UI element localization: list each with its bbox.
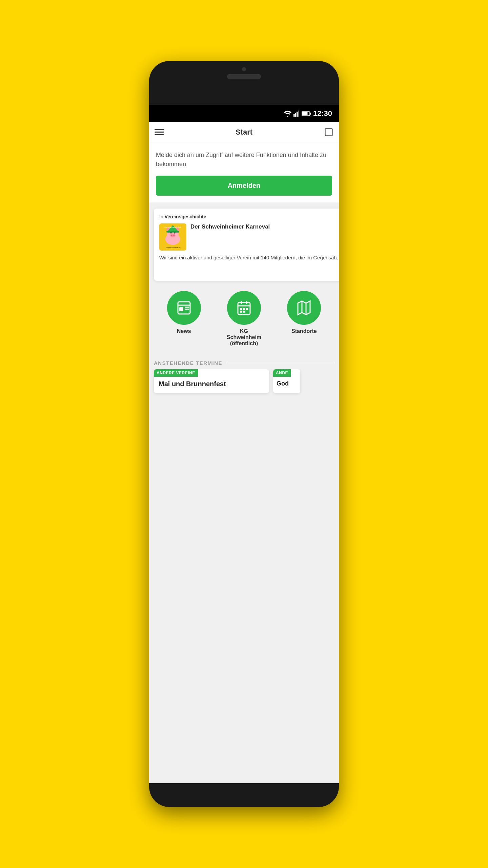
event-tag-label-1: ANDERE VEREINE: [154, 369, 198, 377]
cards-section: In Vereinsgeschichte 7. Jan 2019: [149, 205, 339, 284]
share-icon[interactable]: [324, 127, 333, 137]
card-title: Der Schweinheimer Karneval: [190, 223, 270, 230]
section-divider: [227, 363, 334, 363]
newspaper-icon: [176, 300, 192, 316]
card-body-text: Wir sind ein aktiver und geselliger Vere…: [159, 255, 339, 260]
svg-rect-5: [302, 112, 307, 115]
event-title-1: Mai und Brunnenfest: [154, 380, 269, 388]
login-description: Melde dich an um Zugriff auf weitere Fun…: [156, 151, 332, 169]
quick-action-kg[interactable]: KG Schweinheim (öffentlich): [224, 291, 264, 347]
svg-rect-24: [179, 307, 183, 311]
event-card-1[interactable]: ANDERE VEREINE Mai und Brunnenfest: [154, 369, 269, 393]
card-category-label: In Vereinsgeschichte: [159, 214, 206, 219]
app-header: Start: [149, 122, 339, 142]
kg-label-line2: Schweinheim: [227, 334, 261, 340]
event-title-partial: God: [273, 380, 300, 387]
svg-rect-3: [298, 111, 299, 117]
kg-action-circle: [227, 291, 261, 325]
club-logo: Schweinheim e.v. Karnevalsgesellschaft: [159, 223, 186, 251]
hamburger-menu-button[interactable]: [155, 129, 164, 135]
standorte-action-circle: [287, 291, 321, 325]
card-text-content: Der Schweinheimer Karneval: [190, 223, 270, 251]
card-body: Wir sind ein aktiver und geselliger Vere…: [159, 254, 339, 262]
svg-point-17: [173, 235, 175, 236]
news-action-circle: [167, 291, 201, 325]
status-icons: 12:30: [284, 109, 332, 118]
svg-point-15: [170, 234, 176, 237]
quick-action-news[interactable]: News: [164, 291, 204, 334]
signal-icon: [293, 111, 300, 117]
card-category-name: Vereinsgeschichte: [165, 214, 206, 219]
calendar-icon: [236, 300, 252, 316]
app-header-title: Start: [236, 128, 252, 137]
news-action-label: News: [177, 328, 191, 334]
phone-frame: 12:30 Start Melde dich an um Zugriff auf…: [149, 61, 339, 807]
svg-point-16: [171, 235, 172, 236]
kg-label-line3: (öffentlich): [230, 340, 258, 346]
phone-top-hardware: [149, 61, 339, 105]
svg-rect-32: [240, 308, 242, 310]
svg-rect-6: [310, 113, 311, 115]
status-bar: 12:30: [149, 105, 339, 122]
app-screen: Start Melde dich an um Zugriff auf weite…: [149, 122, 339, 783]
news-card-main[interactable]: In Vereinsgeschichte 7. Jan 2019: [154, 209, 339, 281]
svg-rect-0: [293, 114, 295, 117]
battery-icon: [302, 111, 311, 116]
events-row: ANDERE VEREINE Mai und Brunnenfest ANDE …: [149, 369, 339, 400]
login-banner: Melde dich an um Zugriff auf weitere Fun…: [149, 142, 339, 202]
svg-marker-37: [298, 301, 310, 315]
svg-rect-34: [246, 308, 248, 310]
svg-text:Schweinheim e.v.: Schweinheim e.v.: [166, 246, 180, 249]
wifi-icon: [284, 111, 291, 117]
card-category-row: In Vereinsgeschichte 7. Jan 2019: [159, 214, 339, 219]
event-card-partial[interactable]: ANDE God: [273, 369, 300, 393]
login-button[interactable]: Anmelden: [156, 176, 332, 196]
quick-actions: News: [149, 284, 339, 353]
svg-rect-1: [295, 113, 296, 117]
event-tag-1: ANDERE VEREINE: [154, 369, 269, 380]
svg-rect-19: [166, 231, 179, 233]
camera: [242, 67, 246, 71]
svg-rect-35: [240, 311, 242, 313]
status-time: 12:30: [313, 109, 332, 118]
events-section-header: ANSTEHENDE TERMINE: [149, 353, 339, 369]
kg-action-label: KG Schweinheim (öffentlich): [227, 328, 261, 347]
svg-rect-36: [243, 311, 245, 313]
map-icon: [296, 300, 312, 316]
speaker: [227, 74, 261, 79]
events-section-title: ANSTEHENDE TERMINE: [154, 360, 222, 366]
pig-logo-svg: Schweinheim e.v. Karnevalsgesellschaft: [160, 224, 186, 250]
svg-rect-7: [325, 129, 332, 136]
kg-label-line1: KG: [240, 328, 248, 334]
svg-rect-33: [243, 308, 245, 310]
quick-action-standorte[interactable]: Standorte: [284, 291, 324, 334]
svg-text:Karnevalsgesellschaft: Karnevalsgesellschaft: [164, 226, 181, 228]
event-tag-partial: ANDE: [273, 369, 291, 377]
svg-rect-2: [297, 112, 298, 117]
standorte-action-label: Standorte: [291, 328, 317, 334]
card-content: Schweinheim e.v. Karnevalsgesellschaft D…: [159, 223, 339, 251]
